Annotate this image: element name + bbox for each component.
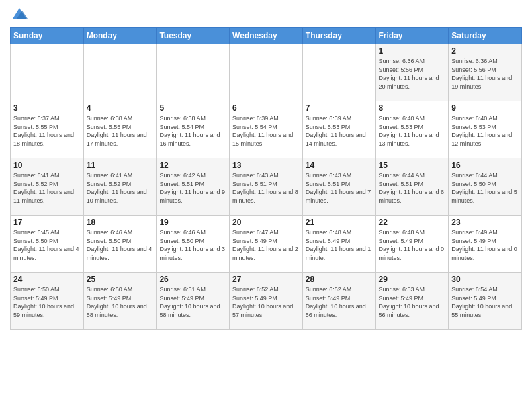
calendar-header-wednesday: Wednesday bbox=[230, 28, 303, 44]
day-info: Sunrise: 6:41 AM Sunset: 5:52 PM Dayligh… bbox=[13, 171, 81, 205]
calendar-cell: 29Sunrise: 6:53 AM Sunset: 5:49 PM Dayli… bbox=[375, 273, 449, 330]
calendar-cell: 4Sunrise: 6:38 AM Sunset: 5:55 PM Daylig… bbox=[83, 101, 157, 158]
calendar-cell: 26Sunrise: 6:51 AM Sunset: 5:49 PM Dayli… bbox=[157, 273, 230, 330]
day-number: 7 bbox=[306, 103, 373, 113]
day-number: 22 bbox=[379, 218, 446, 227]
day-number: 20 bbox=[232, 218, 300, 227]
calendar-week-3: 17Sunrise: 6:45 AM Sunset: 5:50 PM Dayli… bbox=[11, 216, 522, 273]
calendar-cell bbox=[230, 44, 303, 101]
calendar-header-thursday: Thursday bbox=[302, 28, 375, 44]
day-number: 16 bbox=[451, 161, 519, 170]
calendar-cell: 28Sunrise: 6:52 AM Sunset: 5:49 PM Dayli… bbox=[302, 273, 375, 330]
calendar-cell: 7Sunrise: 6:39 AM Sunset: 5:53 PM Daylig… bbox=[302, 101, 375, 158]
day-number: 6 bbox=[232, 103, 300, 113]
day-number: 15 bbox=[379, 161, 446, 170]
day-info: Sunrise: 6:47 AM Sunset: 5:49 PM Dayligh… bbox=[232, 228, 300, 262]
calendar-cell: 30Sunrise: 6:54 AM Sunset: 5:49 PM Dayli… bbox=[449, 273, 522, 330]
calendar-cell: 9Sunrise: 6:40 AM Sunset: 5:53 PM Daylig… bbox=[449, 101, 522, 158]
day-info: Sunrise: 6:46 AM Sunset: 5:50 PM Dayligh… bbox=[87, 228, 154, 262]
calendar-header-monday: Monday bbox=[83, 28, 157, 44]
day-info: Sunrise: 6:39 AM Sunset: 5:53 PM Dayligh… bbox=[306, 114, 373, 148]
day-number: 23 bbox=[451, 218, 519, 227]
calendar-cell: 23Sunrise: 6:49 AM Sunset: 5:49 PM Dayli… bbox=[449, 216, 522, 273]
calendar-header-row: SundayMondayTuesdayWednesdayThursdayFrid… bbox=[11, 28, 522, 44]
logo-icon bbox=[11, 5, 28, 21]
day-info: Sunrise: 6:41 AM Sunset: 5:52 PM Dayligh… bbox=[87, 171, 154, 205]
day-number: 27 bbox=[232, 275, 300, 284]
page: SundayMondayTuesdayWednesdayThursdayFrid… bbox=[0, 0, 532, 411]
day-number: 9 bbox=[451, 103, 519, 113]
calendar-week-1: 3Sunrise: 6:37 AM Sunset: 5:55 PM Daylig… bbox=[11, 101, 522, 158]
header bbox=[10, 7, 522, 21]
calendar-cell: 10Sunrise: 6:41 AM Sunset: 5:52 PM Dayli… bbox=[11, 158, 84, 216]
day-info: Sunrise: 6:49 AM Sunset: 5:49 PM Dayligh… bbox=[451, 228, 519, 262]
calendar-cell: 6Sunrise: 6:39 AM Sunset: 5:54 PM Daylig… bbox=[230, 101, 303, 158]
day-number: 25 bbox=[87, 275, 154, 284]
day-info: Sunrise: 6:37 AM Sunset: 5:55 PM Dayligh… bbox=[13, 114, 81, 148]
day-number: 29 bbox=[379, 275, 446, 284]
day-info: Sunrise: 6:43 AM Sunset: 5:51 PM Dayligh… bbox=[232, 171, 300, 205]
day-number: 21 bbox=[306, 218, 373, 227]
day-info: Sunrise: 6:40 AM Sunset: 5:53 PM Dayligh… bbox=[451, 114, 519, 148]
calendar-cell: 12Sunrise: 6:42 AM Sunset: 5:51 PM Dayli… bbox=[157, 158, 230, 216]
calendar-cell: 17Sunrise: 6:45 AM Sunset: 5:50 PM Dayli… bbox=[11, 216, 84, 273]
day-number: 4 bbox=[87, 103, 154, 113]
day-number: 30 bbox=[451, 275, 519, 284]
day-info: Sunrise: 6:52 AM Sunset: 5:49 PM Dayligh… bbox=[306, 285, 373, 319]
calendar-cell: 19Sunrise: 6:46 AM Sunset: 5:50 PM Dayli… bbox=[157, 216, 230, 273]
day-number: 8 bbox=[379, 103, 446, 113]
day-number: 5 bbox=[159, 103, 226, 113]
calendar-week-4: 24Sunrise: 6:50 AM Sunset: 5:49 PM Dayli… bbox=[11, 273, 522, 330]
calendar-cell: 24Sunrise: 6:50 AM Sunset: 5:49 PM Dayli… bbox=[11, 273, 84, 330]
day-info: Sunrise: 6:52 AM Sunset: 5:49 PM Dayligh… bbox=[232, 285, 300, 319]
day-number: 19 bbox=[159, 218, 226, 227]
calendar-cell: 15Sunrise: 6:44 AM Sunset: 5:51 PM Dayli… bbox=[375, 158, 449, 216]
day-number: 17 bbox=[13, 218, 81, 227]
day-info: Sunrise: 6:51 AM Sunset: 5:49 PM Dayligh… bbox=[159, 285, 226, 319]
day-number: 14 bbox=[306, 161, 373, 170]
day-number: 11 bbox=[87, 161, 154, 170]
day-info: Sunrise: 6:48 AM Sunset: 5:49 PM Dayligh… bbox=[379, 228, 446, 262]
calendar-cell: 1Sunrise: 6:36 AM Sunset: 5:56 PM Daylig… bbox=[375, 44, 449, 101]
calendar: SundayMondayTuesdayWednesdayThursdayFrid… bbox=[10, 27, 522, 330]
calendar-cell bbox=[157, 44, 230, 101]
calendar-cell: 8Sunrise: 6:40 AM Sunset: 5:53 PM Daylig… bbox=[375, 101, 449, 158]
day-info: Sunrise: 6:53 AM Sunset: 5:49 PM Dayligh… bbox=[379, 285, 446, 319]
calendar-cell: 16Sunrise: 6:44 AM Sunset: 5:50 PM Dayli… bbox=[449, 158, 522, 216]
calendar-cell: 14Sunrise: 6:43 AM Sunset: 5:51 PM Dayli… bbox=[302, 158, 375, 216]
calendar-cell: 3Sunrise: 6:37 AM Sunset: 5:55 PM Daylig… bbox=[11, 101, 84, 158]
calendar-cell: 2Sunrise: 6:36 AM Sunset: 5:56 PM Daylig… bbox=[449, 44, 522, 101]
day-info: Sunrise: 6:48 AM Sunset: 5:49 PM Dayligh… bbox=[306, 228, 373, 262]
calendar-cell: 13Sunrise: 6:43 AM Sunset: 5:51 PM Dayli… bbox=[230, 158, 303, 216]
day-number: 24 bbox=[13, 275, 81, 284]
calendar-header-friday: Friday bbox=[375, 28, 449, 44]
day-info: Sunrise: 6:40 AM Sunset: 5:53 PM Dayligh… bbox=[379, 114, 446, 148]
calendar-cell: 27Sunrise: 6:52 AM Sunset: 5:49 PM Dayli… bbox=[230, 273, 303, 330]
calendar-cell: 18Sunrise: 6:46 AM Sunset: 5:50 PM Dayli… bbox=[83, 216, 157, 273]
day-info: Sunrise: 6:43 AM Sunset: 5:51 PM Dayligh… bbox=[306, 171, 373, 205]
calendar-week-2: 10Sunrise: 6:41 AM Sunset: 5:52 PM Dayli… bbox=[11, 158, 522, 216]
day-number: 18 bbox=[87, 218, 154, 227]
calendar-header-tuesday: Tuesday bbox=[157, 28, 230, 44]
day-info: Sunrise: 6:38 AM Sunset: 5:54 PM Dayligh… bbox=[159, 114, 226, 148]
day-number: 1 bbox=[379, 46, 446, 56]
calendar-cell: 5Sunrise: 6:38 AM Sunset: 5:54 PM Daylig… bbox=[157, 101, 230, 158]
day-number: 28 bbox=[306, 275, 373, 284]
calendar-week-0: 1Sunrise: 6:36 AM Sunset: 5:56 PM Daylig… bbox=[11, 44, 522, 101]
day-number: 26 bbox=[159, 275, 226, 284]
day-info: Sunrise: 6:50 AM Sunset: 5:49 PM Dayligh… bbox=[87, 285, 154, 319]
day-info: Sunrise: 6:54 AM Sunset: 5:49 PM Dayligh… bbox=[451, 285, 519, 319]
day-info: Sunrise: 6:44 AM Sunset: 5:50 PM Dayligh… bbox=[451, 171, 519, 205]
calendar-cell: 22Sunrise: 6:48 AM Sunset: 5:49 PM Dayli… bbox=[375, 216, 449, 273]
day-number: 10 bbox=[13, 161, 81, 170]
calendar-cell bbox=[11, 44, 84, 101]
day-info: Sunrise: 6:36 AM Sunset: 5:56 PM Dayligh… bbox=[451, 57, 519, 91]
calendar-header-saturday: Saturday bbox=[449, 28, 522, 44]
calendar-cell: 21Sunrise: 6:48 AM Sunset: 5:49 PM Dayli… bbox=[302, 216, 375, 273]
calendar-cell: 20Sunrise: 6:47 AM Sunset: 5:49 PM Dayli… bbox=[230, 216, 303, 273]
day-number: 2 bbox=[451, 46, 519, 56]
day-info: Sunrise: 6:45 AM Sunset: 5:50 PM Dayligh… bbox=[13, 228, 81, 262]
calendar-cell bbox=[302, 44, 375, 101]
day-number: 13 bbox=[232, 161, 300, 170]
day-number: 12 bbox=[159, 161, 226, 170]
